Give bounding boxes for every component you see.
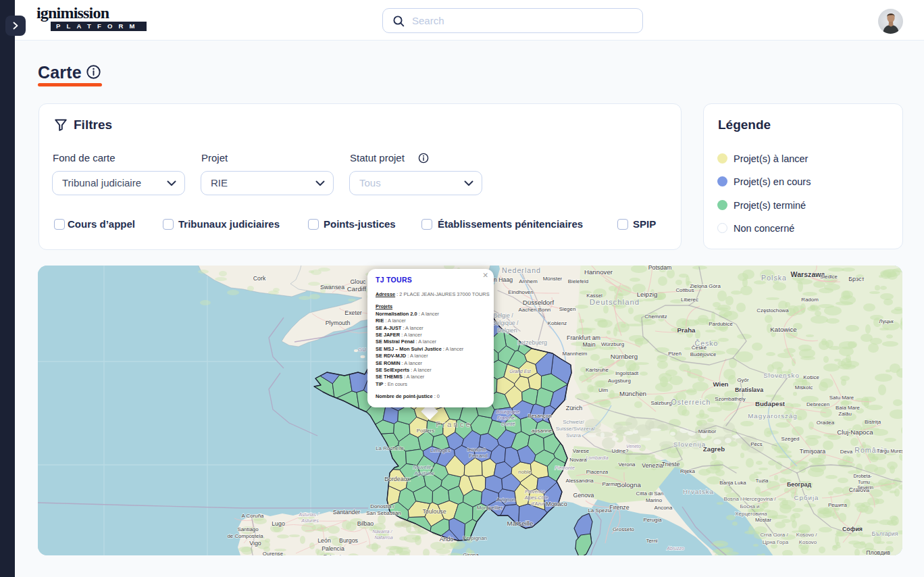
svg-text:Münster: Münster [543, 276, 563, 282]
svg-text:Firenze: Firenze [609, 504, 629, 511]
svg-text:Košice: Košice [803, 374, 819, 380]
svg-text:Slovensko: Slovensko [763, 372, 800, 379]
svg-text:Baia Mare: Baia Mare [836, 405, 861, 411]
svg-text:d'Azur: d'Azur [531, 501, 544, 506]
svg-text:Exeter: Exeter [344, 309, 361, 316]
svg-text:Siegen: Siegen [559, 306, 576, 312]
svg-text:Marino: Marino [646, 497, 663, 503]
svg-text:lermont-: lermont- [467, 447, 487, 453]
svg-text:Frankfurt am: Frankfurt am [567, 334, 600, 341]
svg-text:Città di San: Città di San [636, 491, 664, 497]
svg-text:La Rochelle: La Rochelle [376, 445, 404, 451]
svg-text:Limoges: Limoges [430, 447, 451, 453]
svg-text:Slovenija: Slovenija [673, 441, 706, 448]
svg-text:Montpellier: Montpellier [477, 505, 503, 511]
svg-text:Kosovo: Kosovo [799, 539, 817, 545]
svg-text:Venezia: Venezia [642, 462, 663, 469]
svg-text:Düsseldorf: Düsseldorf [523, 299, 555, 306]
svg-text:Verona: Verona [618, 461, 636, 468]
svg-text:Debrecen: Debrecen [806, 401, 829, 407]
svg-text:Nouvelle-: Nouvelle- [413, 465, 433, 470]
svg-text:San Sebastián: San Sebastián [366, 510, 401, 516]
svg-text:Mostar: Mostar [755, 517, 771, 523]
svg-text:Timişoara: Timişoara [800, 448, 825, 455]
svg-text:Београд: Београд [787, 481, 812, 488]
svg-text:Alessandria: Alessandria [565, 478, 594, 484]
svg-text:Swansea: Swansea [320, 284, 344, 291]
svg-text:Poitiers: Poitiers [417, 428, 434, 434]
svg-text:Ferrand: Ferrand [469, 453, 488, 459]
svg-text:Херцеговина: Херцеговина [735, 511, 767, 517]
svg-text:Ando: Ando [440, 536, 454, 543]
svg-text:Siedlce: Siedlce [820, 274, 838, 280]
svg-text:Trieste: Trieste [662, 461, 680, 468]
svg-text:Решита: Решита [828, 502, 848, 508]
svg-text:Пловдив: Пловдив [866, 549, 890, 555]
svg-text:Zürich: Zürich [566, 405, 583, 411]
svg-text:noble: noble [518, 469, 532, 475]
svg-text:Eindhoven: Eindhoven [508, 289, 533, 295]
svg-text:Palencia: Palencia [324, 553, 344, 555]
svg-text:Plymouth: Plymouth [326, 320, 351, 326]
svg-text:Terni: Terni [646, 538, 657, 544]
svg-text:Belgien: Belgien [497, 327, 517, 334]
svg-text:Nürnberg: Nürnberg [611, 353, 638, 360]
svg-text:Ingolstadt: Ingolstadt [615, 370, 639, 376]
svg-text:Rijeka: Rijeka [680, 468, 696, 474]
svg-text:Cluj-Napoca: Cluj-Napoca [837, 428, 873, 436]
svg-text:Crna Gora /: Crna Gora / [760, 532, 788, 538]
svg-text:Severin: Severin [857, 485, 873, 490]
svg-text:Cardiff: Cardiff [347, 285, 367, 293]
svg-text:Novara: Novara [569, 457, 587, 463]
svg-text:České: České [692, 345, 707, 351]
svg-text:Drobeta-: Drobeta- [853, 474, 872, 478]
svg-text:Navarra /: Navarra / [373, 529, 393, 534]
svg-text:Србија: Србија [794, 494, 819, 501]
svg-text:Ancona: Ancona [654, 505, 673, 511]
svg-text:Pardubice: Pardubice [709, 321, 733, 327]
svg-text:Magyarország: Magyarország [748, 412, 797, 420]
svg-text:Satu Mare: Satu Mare [829, 395, 854, 401]
svg-text:София: София [842, 526, 863, 532]
svg-text:Nafarroa: Nafarroa [374, 535, 392, 540]
svg-text:Turnu: Turnu [858, 480, 870, 484]
svg-text:France: France [436, 420, 471, 428]
svg-text:Bologna: Bologna [617, 481, 641, 488]
svg-text:Würzburg: Würzburg [601, 341, 624, 347]
svg-text:Брэст: Брэст [848, 276, 865, 282]
svg-text:Tuzla: Tuzla [755, 478, 769, 484]
svg-text:Toulouse: Toulouse [422, 508, 446, 515]
svg-text:Bistriţa: Bistriţa [865, 419, 881, 425]
svg-text:Босна и: Босна и [740, 503, 760, 509]
svg-text:Comté: Comté [501, 422, 515, 426]
svg-text:Alpes-Côte: Alpes-Côte [524, 495, 548, 501]
svg-text:Donostia /: Donostia / [370, 503, 394, 509]
svg-text:Perpignan: Perpignan [463, 535, 487, 541]
svg-text:Franche-: Franche- [497, 416, 517, 420]
svg-text:Budějovice: Budějovice [690, 351, 717, 357]
svg-text:Oradea: Oradea [817, 420, 835, 426]
svg-text:Aachen: Aachen [519, 307, 537, 313]
svg-text:Liberec: Liberec [681, 297, 698, 303]
svg-text:Asturias /: Asturias / [298, 512, 319, 517]
svg-text:Chemnitz: Chemnitz [644, 313, 667, 320]
svg-text:Abruzzo: Abruzzo [666, 546, 684, 551]
svg-text:Plzeň: Plzeň [668, 351, 682, 357]
svg-text:Schweiz/: Schweiz/ [563, 419, 584, 425]
svg-text:Letzebuerg: Letzebuerg [517, 339, 547, 346]
svg-text:Santiago: Santiago [237, 526, 259, 532]
svg-text:Udine?: Udine? [611, 448, 629, 454]
svg-text:A Coruña: A Coruña [242, 513, 265, 519]
svg-text:Santander: Santander [333, 509, 361, 516]
svg-text:Salzburg: Salzburg [650, 400, 671, 406]
svg-text:Veneto: Veneto [626, 444, 641, 449]
svg-text:Bonn: Bonn [538, 307, 550, 313]
svg-text:n Haag: n Haag [494, 276, 513, 283]
svg-text:Genova: Genova [573, 492, 594, 499]
svg-text:Mannheim: Mannheim [563, 351, 588, 357]
svg-text:Avignon: Avignon [496, 497, 515, 503]
svg-text:Kosovo /: Kosovo / [796, 532, 818, 538]
svg-text:България: България [872, 530, 898, 537]
svg-text:Miskolc: Miskolc [795, 384, 813, 391]
svg-text:Glouc: Glouc [351, 278, 367, 285]
